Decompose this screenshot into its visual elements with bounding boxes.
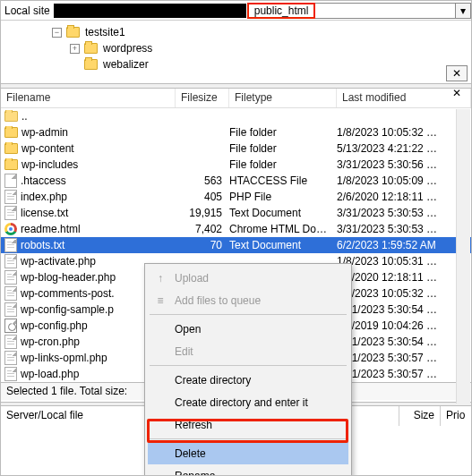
pane-close-button-top[interactable]: ✕: [446, 65, 468, 81]
tree-label: webalizer: [103, 58, 149, 71]
file-name: wp-config-sample.p: [21, 303, 114, 316]
close-icon: ✕: [452, 67, 461, 80]
header-filename[interactable]: Filename: [1, 89, 176, 107]
file-name: wp-includes: [21, 158, 78, 171]
ctx-rename[interactable]: Rename: [148, 464, 348, 476]
queue-icon: ≡: [153, 293, 167, 308]
file-row[interactable]: wp-includesFile folder3/31/2023 5:30:56 …: [1, 157, 471, 173]
ctx-separator: [150, 314, 347, 315]
file-size: 405: [176, 191, 229, 203]
tree-item[interactable]: webalizer: [50, 56, 471, 72]
txt-file-icon: [4, 238, 17, 252]
vertical-scrollbar[interactable]: [456, 109, 470, 404]
file-modified: 3/31/2023 5:30:57 …: [337, 368, 471, 380]
file-row[interactable]: readme.html7,402Chrome HTML Do…3/31/2023…: [1, 221, 471, 237]
ctx-separator: [150, 438, 347, 439]
file-modified: 5/13/2023 4:21:22 …: [337, 142, 471, 155]
file-name: index.php: [21, 191, 67, 203]
ctx-create-dir-label: Create directory: [175, 374, 251, 387]
file-name: wp-cron.php: [21, 336, 80, 348]
file-size: 7,402: [176, 223, 229, 235]
folder-icon: [84, 59, 98, 70]
close-icon: ✕: [452, 87, 461, 99]
file-row[interactable]: license.txt19,915Text Document3/31/2023 …: [1, 205, 471, 221]
path-input[interactable]: [315, 3, 455, 19]
file-type: File folder: [229, 126, 337, 139]
file-name: robots.txt: [21, 239, 64, 251]
file-row[interactable]: wp-adminFile folder1/8/2023 10:05:32 …: [1, 124, 471, 140]
ctx-upload: ↑ Upload: [148, 267, 348, 289]
file-type: HTACCESS File: [229, 174, 337, 187]
file-modified: 2/6/2020 12:18:11 …: [337, 271, 471, 284]
tree-label: wordpress: [103, 42, 152, 55]
ctx-delete-label: Delete: [175, 447, 206, 460]
ctx-upload-label: Upload: [175, 272, 209, 285]
ctx-open-label: Open: [175, 323, 201, 336]
file-modified: 3/31/2023 5:30:57 …: [337, 352, 471, 364]
ctx-separator: [150, 365, 347, 366]
file-modified: 1/8/2023 10:05:09 …: [337, 174, 471, 187]
chrome-icon: [4, 223, 17, 235]
column-headers[interactable]: Filename Filesize Filetype Last modified: [1, 89, 471, 108]
ctx-edit-label: Edit: [175, 345, 193, 358]
file-name: wp-activate.php: [21, 255, 96, 268]
tree-toggle-icon[interactable]: +: [70, 44, 80, 54]
file-name: wp-admin: [21, 126, 68, 139]
file-size: 563: [176, 174, 229, 187]
ctx-refresh[interactable]: Refresh: [148, 413, 348, 436]
ctx-open[interactable]: Open: [148, 318, 348, 340]
file-row[interactable]: index.php405PHP File2/6/2020 12:18:11 …: [1, 189, 471, 205]
tree-item[interactable]: +wordpress: [50, 40, 471, 56]
file-name: wp-load.php: [21, 368, 79, 380]
folder-icon: [84, 43, 98, 54]
tree-toggle-icon[interactable]: −: [52, 28, 62, 38]
php-file-icon: [4, 367, 17, 381]
file-modified: 3/31/2023 5:30:56 …: [337, 158, 471, 171]
file-row[interactable]: ..: [1, 108, 471, 124]
pane-splitter-top[interactable]: ✕ ✕: [1, 83, 471, 89]
redacted-path: [54, 4, 246, 18]
file-name: readme.html: [21, 223, 81, 235]
php-file-icon: [4, 270, 17, 285]
header-filesize[interactable]: Filesize: [176, 89, 229, 107]
file-name: wp-config.php: [21, 319, 88, 332]
ctx-delete[interactable]: Delete: [148, 442, 348, 464]
txt-file-icon: [4, 206, 17, 220]
path-dropdown-button[interactable]: ▾: [455, 3, 471, 19]
file-type: Text Document: [229, 239, 337, 251]
file-modified: 3/31/2023 5:30:53 …: [337, 223, 471, 235]
parent-folder-icon: [4, 111, 18, 122]
ctx-create-dir-enter-label: Create directory and enter it: [175, 396, 308, 409]
file-modified: 3/31/2023 5:30:54 …: [337, 303, 471, 316]
folder-tree[interactable]: −testsite1+wordpresswebalizer: [1, 21, 471, 83]
file-row[interactable]: .htaccess563HTACCESS File1/8/2023 10:05:…: [1, 173, 471, 189]
ctx-create-directory-enter[interactable]: Create directory and enter it: [148, 391, 348, 413]
file-name: license.txt: [21, 207, 68, 219]
status-size: Size: [399, 406, 441, 426]
file-name: .htaccess: [21, 174, 66, 187]
file-modified: 2/6/2020 12:18:11 …: [337, 191, 471, 203]
folder-icon: [66, 27, 80, 38]
file-modified: 1/8/2023 10:05:31 …: [337, 255, 471, 268]
php-file-icon: [4, 351, 17, 365]
php-file-icon: [4, 335, 17, 349]
local-site-label: Local site: [1, 4, 54, 17]
file-modified: 3/31/2023 5:30:53 …: [337, 207, 471, 219]
file-row[interactable]: wp-contentFile folder5/13/2023 4:21:22 …: [1, 140, 471, 157]
file-name: ..: [21, 110, 28, 123]
file-name: wp-comments-post.: [21, 287, 115, 300]
folder-icon: [4, 143, 18, 154]
header-filetype[interactable]: Filetype: [229, 89, 337, 107]
ctx-create-directory[interactable]: Create directory: [148, 369, 348, 391]
file-modified: 4/1/2019 10:04:26 …: [337, 319, 471, 332]
file-type: Chrome HTML Do…: [229, 223, 337, 235]
file-type: Text Document: [229, 207, 337, 219]
pane-close-button-mid[interactable]: ✕: [446, 85, 468, 101]
ctx-rename-label: Rename: [175, 470, 215, 477]
file-type: File folder: [229, 158, 337, 171]
path-public-html[interactable]: public_html: [247, 3, 316, 19]
ctx-add-queue-label: Add files to queue: [175, 294, 261, 307]
file-modified: 1/8/2023 10:05:32 …: [337, 287, 471, 300]
tree-item[interactable]: −testsite1: [50, 24, 471, 40]
file-row[interactable]: robots.txt70Text Document6/2/2023 1:59:5…: [1, 237, 471, 253]
